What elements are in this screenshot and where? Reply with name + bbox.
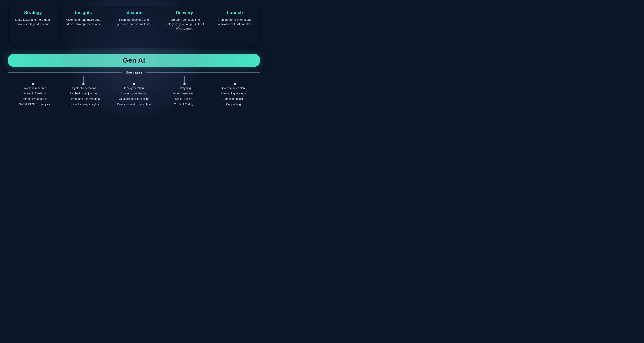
use-cases-label: Use cases [122, 71, 146, 75]
use-case-col-insights-uses: Synthetic personasSynthetic user journey… [59, 86, 109, 106]
genai-bar: Gen AI [8, 54, 260, 67]
page-wrapper: Strategy Make faster and more data-drive… [0, 0, 268, 144]
card-title-launch: Launch [214, 10, 256, 15]
use-cases-section: Use cases Synthetic re [8, 71, 260, 106]
use-case-item-0-3: SWOT/PESTEL analysis [19, 102, 50, 106]
use-case-item-3-2: Digital design [175, 97, 192, 101]
card-title-strategy: Strategy [12, 10, 54, 15]
use-case-item-1-2: Scrape and analyze data [69, 97, 100, 101]
use-case-col-launch-uses: Go-to-market planMessaging strategyCampa… [208, 86, 258, 106]
use-case-col-delivery-uses: PrototypingVideo generationDigital desig… [159, 86, 208, 106]
use-case-item-2-1: Concept prioritization [121, 91, 147, 96]
card-desc-insights: Make faster and more data-driven strateg… [62, 18, 104, 27]
use-case-item-4-2: Campaign design [222, 97, 244, 101]
svg-point-8 [133, 83, 135, 85]
use-case-item-4-0: Go-to-market plan [222, 86, 245, 90]
use-case-item-3-0: Prototyping [177, 86, 191, 90]
use-case-item-3-1: Video generation [173, 91, 194, 96]
card-delivery: Delivery Turn early concepts into protot… [159, 6, 210, 48]
card-desc-launch: Run the go-to-market and activation with… [214, 18, 256, 27]
card-strategy: Strategy Make faster and more data-drive… [8, 6, 58, 48]
card-launch: Launch Run the go-to-market and activati… [210, 6, 260, 48]
use-case-item-0-0: Synthetic research [23, 86, 46, 90]
card-desc-strategy: Make faster and more data-driven strateg… [12, 18, 54, 27]
svg-point-6 [32, 83, 34, 85]
use-case-item-1-0: Synthetic personas [72, 86, 96, 90]
bracket-container [8, 75, 260, 86]
use-cases-cols: Synthetic researchStrategic foresightCom… [8, 86, 260, 106]
card-desc-delivery: Turn early concepts into prototypes you … [164, 18, 205, 31]
use-case-item-4-1: Messaging strategy [221, 91, 246, 96]
card-title-insights: Insights [62, 10, 104, 15]
use-case-item-2-0: Idea generation [124, 86, 144, 90]
card-title-delivery: Delivery [164, 10, 205, 15]
use-case-item-0-1: Strategic foresight [23, 91, 46, 96]
use-cases-line-right [146, 72, 260, 73]
svg-point-10 [234, 83, 236, 85]
svg-point-9 [183, 83, 186, 85]
use-case-item-2-2: Value proposition design [119, 97, 149, 101]
use-case-item-1-1: Synthetic user journeys [70, 91, 99, 96]
bracket-svg [8, 75, 260, 86]
use-case-col-strategy-uses: Synthetic researchStrategic foresightCom… [10, 86, 59, 106]
use-case-item-0-2: Competitive analysis [22, 97, 48, 101]
card-desc-ideation: Push the envelope and generate more idea… [113, 18, 155, 27]
use-case-item-3-3: Co-Pilot Coding [174, 102, 194, 106]
card-insights: Insights Make faster and more data-drive… [58, 6, 109, 48]
use-case-item-4-3: Copywriting [226, 102, 241, 106]
use-case-item-2-3: Business model innovation [117, 102, 150, 106]
use-cases-line-left [8, 72, 122, 73]
svg-point-7 [82, 83, 84, 85]
cards-row: Strategy Make faster and more data-drive… [8, 6, 260, 48]
genai-bar-wrapper: Gen AI [8, 54, 260, 67]
card-title-ideation: Ideation [113, 10, 155, 15]
use-cases-header: Use cases [8, 71, 260, 75]
genai-label: Gen AI [123, 57, 145, 64]
use-case-col-ideation-uses: Idea generationConcept prioritizationVal… [109, 86, 159, 106]
card-ideation: Ideation Push the envelope and generate … [109, 6, 160, 48]
use-case-item-1-3: Social listening insights [70, 102, 99, 106]
